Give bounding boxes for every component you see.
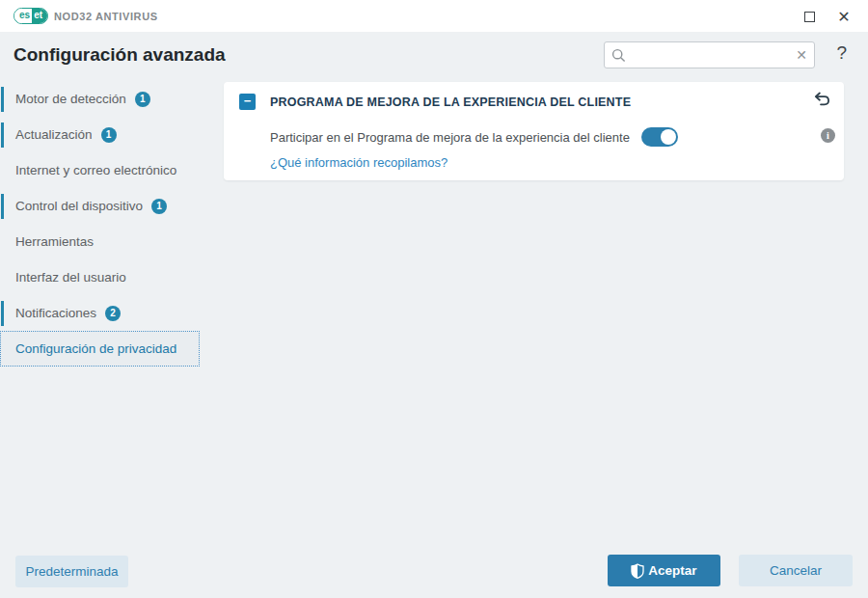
uac-shield-icon (631, 563, 644, 579)
count-badge: 1 (151, 199, 167, 214)
eset-logo: es et (14, 8, 48, 24)
sidebar-item-label: Control del dispositivo (15, 199, 143, 213)
maximize-button[interactable] (799, 7, 820, 26)
sidebar-item[interactable]: Motor de detección1 (0, 81, 200, 117)
section-header: − PROGRAMA DE MEJORA DE LA EXPERIENCIA D… (239, 94, 796, 110)
accept-button[interactable]: Aceptar (608, 555, 720, 586)
sidebar-item-label: Notificaciones (15, 306, 96, 320)
sidebar-item-label: Configuración de privacidad (15, 341, 176, 356)
help-icon[interactable]: ? (836, 42, 847, 64)
cancel-button[interactable]: Cancelar (739, 555, 853, 586)
close-button[interactable]: ✕ (833, 7, 854, 26)
eset-logo-left: es (14, 9, 32, 23)
sidebar-item[interactable]: Internet y correo electrónico (0, 152, 200, 188)
default-button[interactable]: Predeterminada (15, 556, 128, 587)
sidebar-item[interactable]: Notificaciones2 (0, 295, 200, 331)
modified-indicator-bar (1, 122, 4, 148)
search-clear-icon[interactable]: ✕ (796, 48, 807, 62)
participate-toggle[interactable] (641, 127, 678, 147)
sidebar: Motor de detección1Actualización1Interne… (0, 81, 217, 367)
count-badge: 1 (101, 127, 117, 143)
search-icon (611, 48, 626, 63)
sidebar-item-label: Herramientas (15, 234, 94, 249)
title-bar: es et NOD32 ANTIVIRUS ✕ (0, 0, 868, 32)
sidebar-item-label: Motor de detección (15, 92, 126, 106)
participate-row: Participar en el Programa de mejora de l… (270, 125, 830, 149)
collapse-section-button[interactable]: − (239, 94, 256, 110)
search-box[interactable]: ✕ (604, 41, 815, 68)
sidebar-item-label: Actualización (15, 127, 93, 142)
maximize-icon (804, 12, 815, 22)
revert-to-default-icon[interactable] (812, 92, 830, 111)
sidebar-item[interactable]: Actualización1 (0, 117, 200, 152)
page-title: Configuración avanzada (14, 44, 226, 66)
sidebar-item[interactable]: Interfaz del usuario (0, 259, 200, 295)
eset-logo-right: et (32, 9, 47, 23)
sidebar-item[interactable]: Configuración de privacidad (0, 331, 200, 367)
privacy-settings-panel: − PROGRAMA DE MEJORA DE LA EXPERIENCIA D… (224, 82, 844, 180)
modified-indicator-bar (1, 194, 4, 219)
modified-indicator-bar (1, 301, 4, 326)
info-icon[interactable]: i (821, 128, 835, 143)
sidebar-item[interactable]: Control del dispositivo1 (0, 188, 200, 224)
count-badge: 2 (105, 306, 121, 321)
window-title: NOD32 ANTIVIRUS (54, 11, 158, 22)
accept-label: Aceptar (648, 563, 696, 578)
what-info-link[interactable]: ¿Qué información recopilamos? (270, 155, 448, 170)
participate-label: Participar en el Programa de mejora de l… (270, 130, 630, 145)
modified-indicator-bar (1, 87, 4, 112)
sidebar-item-label: Internet y correo electrónico (15, 163, 176, 177)
sidebar-item[interactable]: Herramientas (0, 224, 200, 259)
count-badge: 1 (135, 92, 150, 107)
search-input[interactable] (626, 48, 796, 63)
toggle-knob (661, 129, 676, 145)
section-title: PROGRAMA DE MEJORA DE LA EXPERIENCIA DEL… (270, 95, 631, 109)
sidebar-item-label: Interfaz del usuario (15, 270, 126, 285)
